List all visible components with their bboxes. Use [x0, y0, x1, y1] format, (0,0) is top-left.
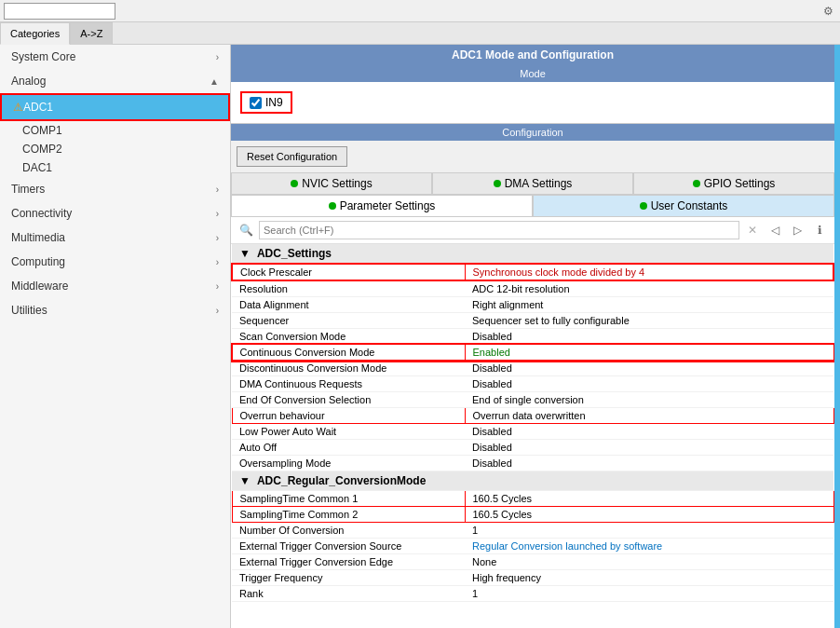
search-bar: 🔍 ✕ ◁ ▷ ℹ	[231, 217, 834, 244]
sidebar-item-dac1[interactable]: DAC1	[0, 158, 230, 177]
param-name: Rank	[232, 586, 465, 602]
tab-user-constants[interactable]: User Constants	[533, 195, 834, 217]
param-name: Discontinuous Conversion Mode	[232, 361, 465, 376]
adc-settings-label: ADC_Settings	[257, 247, 332, 260]
sidebar-item-label: System Core	[11, 50, 75, 63]
tab-gpio-settings[interactable]: GPIO Settings	[633, 172, 834, 195]
sidebar-item-label: ADC1	[23, 101, 217, 114]
table-row: SamplingTime Common 2 160.5 Cycles	[232, 507, 833, 523]
param-value: Regular Conversion launched by software	[465, 539, 833, 554]
sidebar-item-label: COMP1	[22, 124, 62, 137]
sidebar-item-system-core[interactable]: System Core ›	[0, 45, 230, 69]
sidebar-item-adc1[interactable]: ⚠ ADC1	[0, 93, 230, 121]
param-value: Disabled	[465, 329, 833, 345]
param-name: Overrun behaviour	[232, 408, 465, 424]
param-value: Disabled	[465, 376, 833, 392]
adc-regular-section-header: ▼ ADC_Regular_ConversionMode	[232, 471, 833, 491]
param-name: Trigger Frequency	[232, 570, 465, 586]
sidebar-item-timers[interactable]: Timers ›	[0, 177, 230, 201]
param-name: External Trigger Conversion Edge	[232, 554, 465, 570]
collapse-regular-icon[interactable]: ▼	[239, 474, 251, 487]
adc-regular-label: ADC_Regular_ConversionMode	[257, 474, 426, 487]
table-row: Rank 1	[232, 586, 833, 602]
in9-checkbox[interactable]	[250, 97, 262, 109]
top-search-input[interactable]	[4, 3, 115, 20]
table-row: SamplingTime Common 1 160.5 Cycles	[232, 491, 833, 507]
chevron-right-icon: ›	[216, 306, 219, 316]
tab-param-label: Parameter Settings	[340, 199, 436, 212]
content-title: ADC1 Mode and Configuration	[231, 45, 834, 65]
reset-configuration-button[interactable]: Reset Configuration	[237, 146, 347, 167]
param-value: None	[465, 554, 833, 570]
prev-result-icon[interactable]: ◁	[765, 221, 784, 239]
sidebar-item-connectivity[interactable]: Connectivity ›	[0, 201, 230, 225]
table-area: 🔍 ✕ ◁ ▷ ℹ ▼ ADC_Settings	[231, 217, 834, 628]
in9-checkbox-label[interactable]: IN9	[240, 91, 292, 114]
table-row: Continuous Conversion Mode Enabled	[232, 345, 833, 361]
param-value: ADC 12-bit resolution	[465, 280, 833, 297]
table-row: Data Alignment Right alignment	[232, 297, 833, 313]
param-value: Sequencer set to fully configurable	[465, 313, 833, 329]
tab-dma-label: DMA Settings	[505, 177, 573, 190]
table-row: External Trigger Conversion Source Regul…	[232, 539, 833, 554]
sidebar-item-comp1[interactable]: COMP1	[0, 121, 230, 140]
param-value: 160.5 Cycles	[465, 491, 833, 507]
adc-settings-section-header: ▼ ADC_Settings	[232, 244, 833, 264]
sidebar-item-middleware[interactable]: Middleware ›	[0, 274, 230, 298]
param-name: SamplingTime Common 1	[232, 491, 465, 507]
param-name: Oversampling Mode	[232, 456, 465, 471]
sidebar-item-label: COMP2	[22, 143, 62, 156]
in9-label: IN9	[265, 96, 283, 109]
param-name: Resolution	[232, 280, 465, 297]
sidebar-item-label: Multimedia	[11, 231, 65, 244]
chevron-right-icon: ›	[216, 233, 219, 243]
sidebar-item-multimedia[interactable]: Multimedia ›	[0, 225, 230, 250]
param-value: Right alignment	[465, 297, 833, 313]
tab-atoz[interactable]: A->Z	[70, 22, 113, 45]
sidebar-item-utilities[interactable]: Utilities ›	[0, 298, 230, 322]
param-name: SamplingTime Common 2	[232, 507, 465, 523]
mode-section-header: Mode	[231, 65, 834, 82]
sidebar-item-label: DAC1	[22, 161, 52, 174]
chevron-right-icon: ›	[216, 209, 219, 219]
tab-categories[interactable]: Categories	[0, 22, 70, 45]
sidebar-item-label: Computing	[11, 255, 65, 268]
gear-icon[interactable]: ⚙	[820, 3, 836, 20]
table-row: End Of Conversion Selection End of singl…	[232, 392, 833, 408]
user-const-dot	[640, 202, 647, 210]
param-name: Number Of Conversion	[232, 523, 465, 539]
table-search-input[interactable]	[259, 221, 739, 239]
chevron-right-icon: ›	[216, 52, 219, 62]
next-result-icon[interactable]: ▷	[788, 221, 806, 239]
tab-dma-settings[interactable]: DMA Settings	[432, 172, 633, 195]
collapse-icon[interactable]: ▼	[239, 247, 251, 260]
chevron-right-icon: ›	[216, 257, 219, 267]
sidebar-item-label: Connectivity	[11, 207, 72, 220]
param-name: External Trigger Conversion Source	[232, 539, 465, 554]
param-name: Continuous Conversion Mode	[232, 345, 465, 361]
mode-content: IN9	[231, 82, 834, 124]
sidebar-item-analog[interactable]: Analog ▲	[0, 69, 230, 93]
tab-parameter-settings[interactable]: Parameter Settings	[231, 195, 533, 217]
table-row: Overrun behaviour Overrun data overwritt…	[232, 408, 833, 424]
search-icon: 🔍	[237, 221, 255, 239]
info-icon[interactable]: ℹ	[810, 221, 829, 239]
settings-table: ▼ ADC_Settings Clock Prescaler Synchrono…	[231, 244, 834, 602]
param-value: Disabled	[465, 440, 833, 456]
clear-search-icon[interactable]: ✕	[743, 221, 762, 239]
param-value: Disabled	[465, 424, 833, 440]
top-bar: ⚙	[0, 0, 840, 22]
param-value: Enabled	[465, 345, 833, 361]
table-row: Resolution ADC 12-bit resolution	[232, 280, 833, 297]
tab-nvic-settings[interactable]: NVIC Settings	[231, 172, 432, 195]
param-name: Scan Conversion Mode	[232, 329, 465, 345]
param-dot	[329, 202, 336, 210]
sidebar-item-comp2[interactable]: COMP2	[0, 140, 230, 158]
tabs-row2: Parameter Settings User Constants	[231, 195, 834, 217]
sidebar-item-computing[interactable]: Computing ›	[0, 250, 230, 274]
table-row: Oversampling Mode Disabled	[232, 456, 833, 471]
config-header: Configuration	[231, 124, 834, 141]
table-row: DMA Continuous Requests Disabled	[232, 376, 833, 392]
main-layout: System Core › Analog ▲ ⚠ ADC1 COMP1 COMP…	[0, 45, 840, 628]
config-section: Configuration Reset Configuration NVIC S…	[231, 124, 834, 628]
